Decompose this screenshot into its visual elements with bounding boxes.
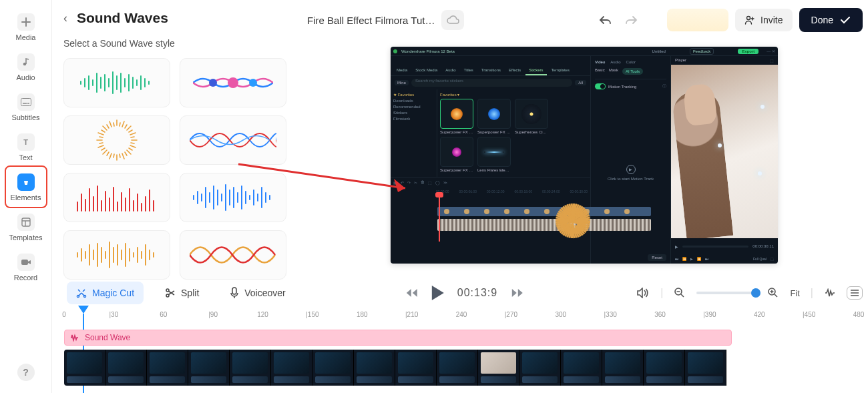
split-button[interactable]: Split — [156, 282, 208, 304]
svg-rect-127 — [232, 288, 236, 294]
zoom-out-button[interactable] — [674, 287, 686, 299]
redo-button[interactable] — [622, 11, 640, 29]
preview-export: Export — [738, 49, 758, 54]
clip-thumbnail[interactable] — [644, 350, 685, 386]
scissors-icon — [165, 288, 176, 298]
svg-line-50 — [125, 152, 127, 155]
upgrade-button[interactable] — [667, 9, 728, 31]
svg-line-55 — [99, 143, 103, 143]
svg-line-42 — [103, 126, 107, 130]
sound-wave-track[interactable]: Sound Wave — [64, 330, 732, 346]
zoom-thumb[interactable] — [751, 288, 761, 298]
svg-line-59 — [114, 123, 114, 126]
clip-thumbnail[interactable] — [478, 350, 519, 386]
sidebar-label: Templates — [9, 234, 42, 242]
timeline-ruler[interactable]: 0|3060|90120|150180|210240|270300|330360… — [64, 311, 861, 324]
forward-button[interactable] — [511, 288, 524, 298]
sound-wave-card-sine-orange-red[interactable] — [180, 230, 286, 280]
clip-thumbnail[interactable] — [312, 350, 354, 386]
fit-label[interactable]: Fit — [790, 288, 799, 298]
sound-wave-card-wave-multicolor[interactable] — [180, 58, 286, 107]
clip-thumbnail[interactable] — [437, 350, 478, 386]
document-title: Fire Ball Effect Filmora Tut… — [307, 15, 435, 26]
sidebar-item-text[interactable]: T Text — [6, 127, 46, 167]
clip-thumbnail[interactable] — [602, 350, 644, 386]
sidebar-label: Elements — [11, 193, 41, 202]
panel-title: Sound Waves — [77, 10, 168, 26]
done-label: Done — [811, 15, 833, 25]
camera-icon — [17, 254, 35, 271]
preview-doc: Untitled — [652, 49, 666, 53]
sound-wave-card-bars-blue[interactable] — [180, 173, 286, 222]
magic-cut-label: Magic Cut — [92, 288, 134, 298]
sound-wave-card-sine-blue-red[interactable] — [180, 115, 286, 165]
clip-thumbnail[interactable] — [395, 350, 437, 386]
clip-thumbnail[interactable] — [230, 350, 271, 386]
sound-wave-card-bars-orange[interactable] — [63, 230, 170, 280]
svg-line-46 — [129, 130, 132, 132]
svg-line-52 — [114, 154, 114, 157]
waveform-button[interactable] — [824, 288, 836, 298]
sound-wave-card-ring-orange[interactable]: /* static */ — [63, 115, 170, 165]
svg-line-34 — [127, 150, 131, 154]
timeline-tracks: Sound Wave — [64, 330, 861, 386]
clip-thumbnail[interactable] — [354, 350, 395, 386]
clip-thumbnail[interactable] — [64, 350, 105, 386]
svg-line-54 — [101, 148, 105, 150]
sidebar-item-subtitles[interactable]: Subtitles — [6, 87, 46, 127]
done-button[interactable]: Done — [799, 8, 863, 32]
preview-top-tabs: Media Stock Media Audio Titles Transitio… — [391, 56, 590, 76]
svg-rect-2 — [23, 103, 27, 104]
preview-player — [671, 65, 778, 238]
play-button[interactable] — [432, 286, 444, 300]
sidebar-label: Text — [19, 153, 32, 161]
text-icon: T — [17, 133, 35, 151]
cloud-sync-button[interactable] — [441, 10, 464, 30]
sidebar-item-audio[interactable]: Audio — [6, 47, 46, 87]
back-chevron-icon[interactable]: ‹ — [63, 11, 67, 25]
volume-button[interactable] — [636, 288, 650, 298]
sparkle-scissors-icon — [76, 288, 87, 298]
sidebar-item-media[interactable]: Media — [6, 7, 46, 47]
help-button[interactable]: ? — [17, 364, 35, 381]
svg-rect-6 — [21, 260, 28, 265]
layout-icon — [17, 214, 35, 231]
settings-button[interactable] — [847, 286, 863, 300]
svg-line-45 — [125, 125, 127, 128]
sidebar-item-elements[interactable]: Elements — [6, 167, 46, 207]
sidebar-item-templates[interactable]: Templates — [6, 207, 46, 247]
preview-app-name: Wondershare Filmora 12 Beta — [401, 49, 455, 53]
voiceover-button[interactable]: Voiceover — [220, 282, 294, 304]
sidebar-label: Media — [16, 33, 36, 41]
video-clip-track[interactable] — [64, 350, 732, 386]
zoom-slider[interactable] — [696, 292, 756, 294]
zoom-in-button[interactable] — [767, 287, 779, 299]
sound-wave-track-label: Sound Wave — [85, 333, 130, 342]
plus-icon — [17, 13, 35, 31]
sidebar-item-record[interactable]: Record — [6, 247, 46, 287]
clip-thumbnail[interactable] — [519, 350, 561, 386]
clip-thumbnail[interactable] — [685, 350, 726, 386]
svg-rect-1 — [21, 99, 31, 106]
sound-wave-card-equalizer-green[interactable] — [63, 58, 170, 107]
clip-thumbnail[interactable] — [105, 350, 147, 386]
invite-button[interactable]: Invite — [735, 9, 792, 31]
undo-button[interactable] — [596, 11, 615, 29]
microphone-icon — [230, 287, 239, 299]
svg-line-48 — [131, 143, 134, 143]
svg-line-39 — [98, 145, 103, 147]
clip-thumbnail[interactable] — [561, 350, 602, 386]
sound-wave-card-bars-red[interactable] — [63, 173, 170, 222]
clip-thumbnail[interactable] — [147, 350, 188, 386]
svg-point-27 — [249, 79, 257, 87]
clip-thumbnail[interactable] — [188, 350, 230, 386]
rewind-button[interactable] — [405, 288, 419, 298]
magic-cut-button[interactable]: Magic Cut — [67, 282, 144, 304]
timeline-right-controls: | Fit | — [636, 286, 863, 300]
preview-search: Search my favorite stickers — [411, 79, 572, 87]
svg-line-37 — [110, 153, 112, 159]
playhead[interactable] — [78, 306, 89, 314]
check-icon — [840, 16, 851, 24]
sidebar-label: Record — [14, 274, 37, 282]
clip-thumbnail[interactable] — [271, 350, 312, 386]
